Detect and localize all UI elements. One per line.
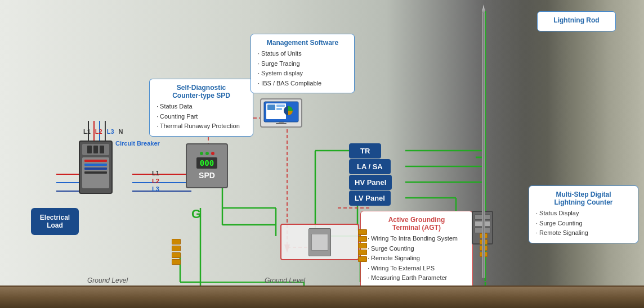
lightning-background xyxy=(475,0,644,308)
agt-device-box xyxy=(280,224,359,260)
agt-list: · Wiring To Intra Bonding System · Surge… xyxy=(368,234,466,283)
spd-label: SPD xyxy=(199,171,215,180)
svg-rect-47 xyxy=(267,105,275,110)
hv-panel-box: HV Panel xyxy=(349,175,392,190)
n-header-label: N xyxy=(119,128,123,135)
lightning-rod-callout: Lightning Rod xyxy=(537,11,616,31)
agt-title: Active Grounding Terminal (AGT) xyxy=(368,216,466,232)
l3-header-label: L3 xyxy=(107,128,114,135)
la-sa-box: LA / SA xyxy=(349,159,391,174)
management-software-title: Management Software xyxy=(258,39,347,47)
circuit-breaker-label: Circuit Breaker xyxy=(115,139,160,147)
tr-box: TR xyxy=(349,143,381,158)
svg-rect-52 xyxy=(276,123,287,124)
self-diagnostic-title: Self-Diagnostic Counter-type SPD xyxy=(156,84,246,99)
lv-panel-box: LV Panel xyxy=(349,191,391,206)
multi-step-counter-callout: Multi-Step Digital Lightning Counter · S… xyxy=(529,185,638,243)
l1-header-label: L1 xyxy=(83,128,91,135)
l2-wire-label: L2 xyxy=(152,178,159,184)
multi-step-counter-list: · Status Display · Surge Counting · Remo… xyxy=(536,209,631,238)
management-software-list: · Status of Units · Surge Tracing · Syst… xyxy=(258,49,347,88)
self-diagnostic-list: · Status Data · Counting Part · Thermal … xyxy=(156,102,246,132)
management-software-monitor xyxy=(260,98,302,128)
l3-wire-label: L3 xyxy=(152,185,159,192)
left-terminal-block xyxy=(172,239,181,265)
l2-header-label: L2 xyxy=(95,128,102,135)
lightning-rod-title: Lightning Rod xyxy=(544,16,609,24)
management-software-callout: Management Software · Status of Units · … xyxy=(251,34,355,93)
ground-level-right-text: Ground Level xyxy=(265,277,305,284)
self-diagnostic-callout: Self-Diagnostic Counter-type SPD · Statu… xyxy=(149,79,253,137)
phase-labels: L1 L2 L3 N xyxy=(83,128,123,135)
electrical-load-box: Electrical Load xyxy=(31,208,79,235)
multi-step-counter-title: Multi-Step Digital Lightning Counter xyxy=(536,191,631,206)
agt-callout: Active Grounding Terminal (AGT) · Wiring… xyxy=(360,211,473,288)
l1-wire-label: L1 xyxy=(152,170,159,176)
svg-rect-48 xyxy=(276,105,285,107)
spd-device: 000 SPD xyxy=(186,143,228,188)
circuit-breaker-device xyxy=(79,141,113,194)
svg-rect-49 xyxy=(276,108,282,110)
ground-bar xyxy=(0,286,644,308)
ground-level-left-text: Ground Level xyxy=(87,277,128,284)
g-label: G xyxy=(191,207,201,221)
right-terminal-block xyxy=(358,229,367,262)
lightning-rod-pole xyxy=(482,8,485,278)
